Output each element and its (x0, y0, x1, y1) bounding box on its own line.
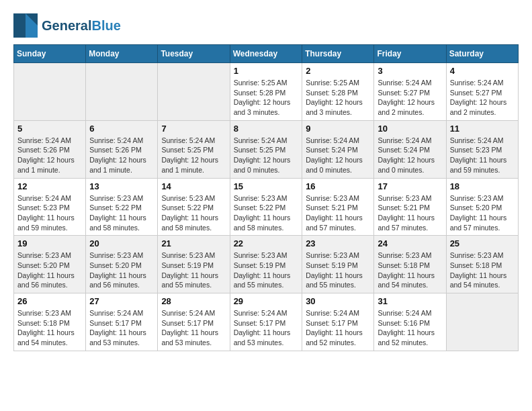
calendar-cell: 28Sunrise: 5:24 AMSunset: 5:17 PMDayligh… (158, 293, 230, 351)
day-number: 27 (89, 296, 154, 306)
day-info: Sunrise: 5:23 AMSunset: 5:22 PMDaylight:… (234, 193, 299, 233)
calendar-cell: 27Sunrise: 5:24 AMSunset: 5:17 PMDayligh… (86, 293, 158, 351)
calendar-cell: 14Sunrise: 5:23 AMSunset: 5:22 PMDayligh… (158, 178, 230, 236)
calendar-cell: 23Sunrise: 5:23 AMSunset: 5:19 PMDayligh… (302, 236, 374, 293)
day-info: Sunrise: 5:23 AMSunset: 5:19 PMDaylight:… (161, 250, 226, 290)
weekday-header-saturday: Saturday (446, 45, 518, 63)
day-info: Sunrise: 5:23 AMSunset: 5:20 PMDaylight:… (450, 193, 515, 233)
calendar-cell: 25Sunrise: 5:23 AMSunset: 5:18 PMDayligh… (446, 236, 518, 293)
day-info: Sunrise: 5:23 AMSunset: 5:22 PMDaylight:… (161, 193, 226, 233)
day-number: 29 (234, 296, 299, 306)
weekday-header-friday: Friday (374, 45, 446, 63)
day-info: Sunrise: 5:24 AMSunset: 5:25 PMDaylight:… (161, 136, 226, 175)
calendar-cell: 18Sunrise: 5:23 AMSunset: 5:20 PMDayligh… (446, 178, 518, 236)
day-info: Sunrise: 5:24 AMSunset: 5:17 PMDaylight:… (234, 308, 299, 348)
day-info: Sunrise: 5:24 AMSunset: 5:23 PMDaylight:… (17, 193, 82, 233)
day-number: 21 (161, 238, 226, 248)
calendar-cell: 19Sunrise: 5:23 AMSunset: 5:20 PMDayligh… (14, 236, 86, 293)
day-info: Sunrise: 5:24 AMSunset: 5:17 PMDaylight:… (161, 308, 226, 348)
day-number: 30 (306, 296, 370, 306)
day-number: 2 (306, 66, 370, 76)
day-number: 26 (17, 296, 82, 306)
logo-blue: Blue (91, 18, 120, 33)
day-info: Sunrise: 5:23 AMSunset: 5:18 PMDaylight:… (378, 250, 442, 290)
weekday-header-thursday: Thursday (302, 45, 374, 63)
logo: GeneralBlue (13, 13, 121, 38)
day-number: 25 (450, 238, 515, 248)
day-number: 6 (89, 124, 154, 134)
logo-general: General (42, 18, 91, 33)
logo-icon (13, 13, 38, 38)
calendar-cell: 2Sunrise: 5:25 AMSunset: 5:28 PMDaylight… (302, 63, 374, 121)
day-number: 5 (17, 124, 82, 134)
calendar-week-4: 19Sunrise: 5:23 AMSunset: 5:20 PMDayligh… (14, 236, 519, 293)
day-info: Sunrise: 5:24 AMSunset: 5:27 PMDaylight:… (378, 78, 442, 118)
day-info: Sunrise: 5:23 AMSunset: 5:19 PMDaylight:… (234, 250, 299, 290)
calendar-cell: 22Sunrise: 5:23 AMSunset: 5:19 PMDayligh… (230, 236, 302, 293)
day-info: Sunrise: 5:24 AMSunset: 5:25 PMDaylight:… (234, 136, 299, 175)
day-info: Sunrise: 5:23 AMSunset: 5:22 PMDaylight:… (89, 193, 154, 233)
day-number: 15 (234, 181, 299, 191)
calendar-cell (446, 293, 518, 351)
day-number: 22 (234, 238, 299, 248)
day-number: 16 (306, 181, 370, 191)
day-info: Sunrise: 5:24 AMSunset: 5:16 PMDaylight:… (378, 308, 442, 348)
day-info: Sunrise: 5:23 AMSunset: 5:20 PMDaylight:… (17, 250, 82, 290)
day-number: 31 (378, 296, 442, 306)
calendar-cell (14, 63, 86, 121)
day-number: 17 (378, 181, 442, 191)
day-info: Sunrise: 5:25 AMSunset: 5:28 PMDaylight:… (306, 78, 370, 118)
weekday-header-tuesday: Tuesday (158, 45, 230, 63)
calendar-cell (158, 63, 230, 121)
calendar-week-1: 1Sunrise: 5:25 AMSunset: 5:28 PMDaylight… (14, 63, 519, 121)
calendar-table: SundayMondayTuesdayWednesdayThursdayFrid… (13, 44, 519, 351)
day-number: 23 (306, 238, 370, 248)
day-number: 3 (378, 66, 442, 76)
calendar-cell: 30Sunrise: 5:24 AMSunset: 5:17 PMDayligh… (302, 293, 374, 351)
calendar-cell (86, 63, 158, 121)
weekday-header-sunday: Sunday (14, 45, 86, 63)
day-number: 13 (89, 181, 154, 191)
calendar-cell: 3Sunrise: 5:24 AMSunset: 5:27 PMDaylight… (374, 63, 446, 121)
calendar-cell: 29Sunrise: 5:24 AMSunset: 5:17 PMDayligh… (230, 293, 302, 351)
weekday-header-wednesday: Wednesday (230, 45, 302, 63)
day-info: Sunrise: 5:23 AMSunset: 5:18 PMDaylight:… (450, 250, 515, 290)
day-number: 28 (161, 296, 226, 306)
calendar-cell: 7Sunrise: 5:24 AMSunset: 5:25 PMDaylight… (158, 120, 230, 178)
calendar-week-5: 26Sunrise: 5:23 AMSunset: 5:18 PMDayligh… (14, 293, 519, 351)
calendar-header-row: SundayMondayTuesdayWednesdayThursdayFrid… (14, 45, 519, 63)
calendar-week-2: 5Sunrise: 5:24 AMSunset: 5:26 PMDaylight… (14, 120, 519, 178)
day-info: Sunrise: 5:24 AMSunset: 5:17 PMDaylight:… (306, 308, 370, 348)
calendar-cell: 9Sunrise: 5:24 AMSunset: 5:24 PMDaylight… (302, 120, 374, 178)
calendar-cell: 15Sunrise: 5:23 AMSunset: 5:22 PMDayligh… (230, 178, 302, 236)
calendar-cell: 31Sunrise: 5:24 AMSunset: 5:16 PMDayligh… (374, 293, 446, 351)
calendar-cell: 12Sunrise: 5:24 AMSunset: 5:23 PMDayligh… (14, 178, 86, 236)
calendar-cell: 11Sunrise: 5:24 AMSunset: 5:23 PMDayligh… (446, 120, 518, 178)
calendar-week-3: 12Sunrise: 5:24 AMSunset: 5:23 PMDayligh… (14, 178, 519, 236)
calendar-cell: 13Sunrise: 5:23 AMSunset: 5:22 PMDayligh… (86, 178, 158, 236)
day-number: 24 (378, 238, 442, 248)
calendar-cell: 26Sunrise: 5:23 AMSunset: 5:18 PMDayligh… (14, 293, 86, 351)
day-info: Sunrise: 5:23 AMSunset: 5:21 PMDaylight:… (306, 193, 370, 233)
day-number: 9 (306, 124, 370, 134)
day-info: Sunrise: 5:24 AMSunset: 5:26 PMDaylight:… (17, 136, 82, 175)
day-info: Sunrise: 5:24 AMSunset: 5:24 PMDaylight:… (306, 136, 370, 175)
svg-rect-0 (13, 13, 26, 38)
calendar-cell: 21Sunrise: 5:23 AMSunset: 5:19 PMDayligh… (158, 236, 230, 293)
day-number: 18 (450, 181, 515, 191)
day-number: 8 (234, 124, 299, 134)
calendar-cell: 10Sunrise: 5:24 AMSunset: 5:24 PMDayligh… (374, 120, 446, 178)
day-info: Sunrise: 5:24 AMSunset: 5:24 PMDaylight:… (378, 136, 442, 175)
day-number: 7 (161, 124, 226, 134)
day-info: Sunrise: 5:24 AMSunset: 5:17 PMDaylight:… (89, 308, 154, 348)
day-info: Sunrise: 5:23 AMSunset: 5:21 PMDaylight:… (378, 193, 442, 233)
day-info: Sunrise: 5:23 AMSunset: 5:20 PMDaylight:… (89, 250, 154, 290)
calendar-cell: 17Sunrise: 5:23 AMSunset: 5:21 PMDayligh… (374, 178, 446, 236)
calendar-cell: 1Sunrise: 5:25 AMSunset: 5:28 PMDaylight… (230, 63, 302, 121)
day-info: Sunrise: 5:24 AMSunset: 5:27 PMDaylight:… (450, 78, 515, 118)
calendar-cell: 5Sunrise: 5:24 AMSunset: 5:26 PMDaylight… (14, 120, 86, 178)
page-header: GeneralBlue (13, 13, 519, 38)
day-info: Sunrise: 5:23 AMSunset: 5:19 PMDaylight:… (306, 250, 370, 290)
day-info: Sunrise: 5:23 AMSunset: 5:18 PMDaylight:… (17, 308, 82, 348)
calendar-cell: 24Sunrise: 5:23 AMSunset: 5:18 PMDayligh… (374, 236, 446, 293)
